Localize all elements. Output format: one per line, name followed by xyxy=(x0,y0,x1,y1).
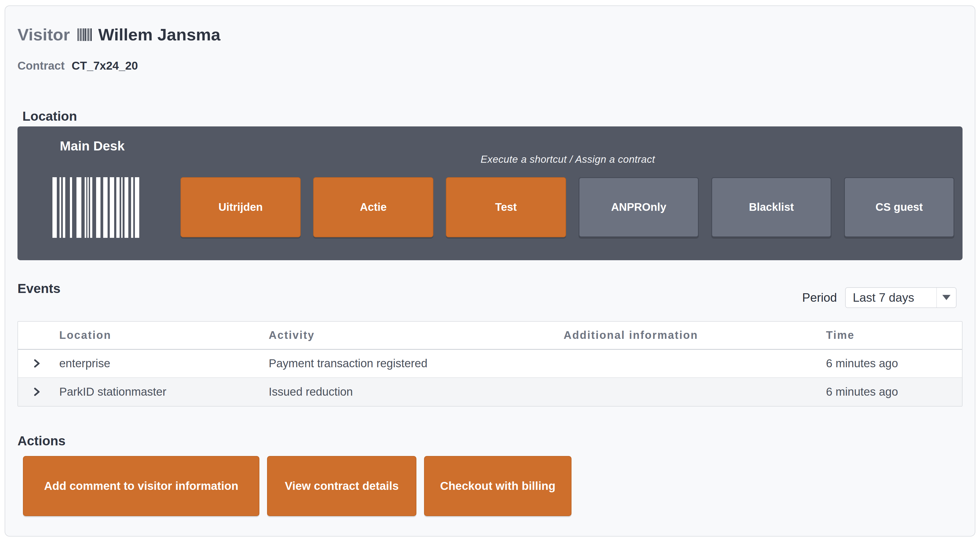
action-button-row: Add comment to visitor information View … xyxy=(23,456,963,516)
caret-down-icon[interactable] xyxy=(937,295,956,300)
table-row[interactable]: enterprise Payment transaction registere… xyxy=(18,350,962,378)
column-header-activity: Activity xyxy=(269,329,563,341)
cell-location: enterprise xyxy=(59,357,269,370)
cell-activity: Issued reduction xyxy=(269,385,563,398)
events-header-row: Events Period Last 7 days xyxy=(18,281,963,308)
contract-line: Contract CT_7x24_20 xyxy=(18,60,963,72)
column-header-time: Time xyxy=(826,329,962,341)
events-table-header: Location Activity Additional information… xyxy=(18,322,962,350)
cell-activity: Payment transaction registered xyxy=(269,357,563,370)
period-control: Period Last 7 days xyxy=(802,287,956,308)
cell-time: 6 minutes ago xyxy=(826,385,962,398)
shortcut-button-uitrijden[interactable]: Uitrijden xyxy=(180,177,301,237)
shortcut-button-test[interactable]: Test xyxy=(446,177,566,237)
chevron-right-icon xyxy=(32,386,41,397)
period-selected-value: Last 7 days xyxy=(846,291,936,304)
desk-name: Main Desk xyxy=(60,138,124,153)
shortcut-button-row: Uitrijden Actie Test ANPROnly Blacklist … xyxy=(180,177,955,237)
chevron-right-icon xyxy=(32,358,41,369)
shortcut-button-anpronly[interactable]: ANPROnly xyxy=(579,177,699,237)
checkout-with-billing-button[interactable]: Checkout with billing xyxy=(424,456,571,516)
page-title: Visitor Willem Jansma xyxy=(18,26,963,43)
visitor-label: Visitor xyxy=(18,26,70,43)
column-header-location: Location xyxy=(59,329,269,341)
events-section-title: Events xyxy=(18,281,60,296)
period-label: Period xyxy=(802,291,837,304)
shortcut-button-cs-guest[interactable]: CS guest xyxy=(844,177,955,237)
add-comment-button[interactable]: Add comment to visitor information xyxy=(23,456,259,516)
events-table: Location Activity Additional information… xyxy=(18,321,963,407)
visitor-detail-card: Visitor Willem Jansma Contract CT_7x24_2… xyxy=(5,5,975,537)
shortcut-button-actie[interactable]: Actie xyxy=(313,177,433,237)
period-dropdown[interactable]: Last 7 days xyxy=(845,287,956,308)
shortcut-hint: Execute a shortcut / Assign a contract xyxy=(480,154,655,165)
column-header-additional-information: Additional information xyxy=(563,329,826,341)
expand-row-button[interactable] xyxy=(18,358,59,369)
table-row[interactable]: ParkID stationmaster Issued reduction 6 … xyxy=(18,378,962,406)
barcode-icon xyxy=(78,29,92,41)
cell-location: ParkID stationmaster xyxy=(59,385,269,398)
visitor-name: Willem Jansma xyxy=(98,26,220,43)
location-section-title: Location xyxy=(18,109,963,124)
shortcut-button-blacklist[interactable]: Blacklist xyxy=(711,177,832,237)
expand-row-button[interactable] xyxy=(18,386,59,397)
barcode-image xyxy=(52,177,139,238)
view-contract-details-button[interactable]: View contract details xyxy=(267,456,417,516)
actions-section-title: Actions xyxy=(18,434,963,448)
cell-time: 6 minutes ago xyxy=(826,357,962,370)
contract-label: Contract xyxy=(18,59,65,72)
contract-value: CT_7x24_20 xyxy=(72,59,138,72)
location-panel: Main Desk Execute a shortc xyxy=(18,126,963,260)
